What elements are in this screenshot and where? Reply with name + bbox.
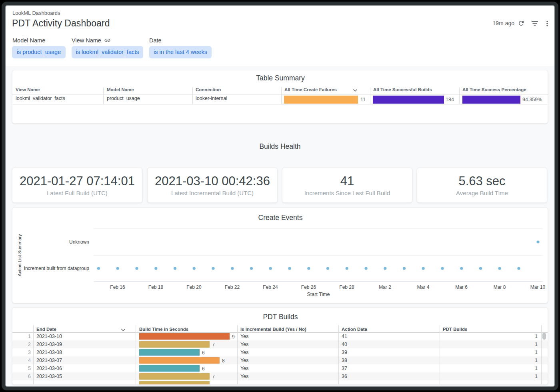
svg-text:Mar 10: Mar 10 — [530, 284, 546, 290]
svg-text:Feb 22: Feb 22 — [225, 284, 240, 290]
svg-text:Feb 18: Feb 18 — [148, 284, 164, 290]
svg-text:Unknown: Unknown — [69, 239, 89, 245]
svg-text:Feb 20: Feb 20 — [186, 284, 202, 290]
svg-text:Increment built from datagroup: Increment built from datagroup — [24, 266, 90, 271]
svg-text:Mar 8: Mar 8 — [494, 284, 506, 290]
svg-text:Mar 4: Mar 4 — [417, 284, 430, 290]
svg-text:Feb 16: Feb 16 — [110, 284, 125, 290]
svg-text:Action List Summary: Action List Summary — [17, 234, 22, 276]
svg-text:Mar 6: Mar 6 — [455, 284, 468, 290]
svg-text:Feb 28: Feb 28 — [339, 284, 354, 290]
svg-text:Mar 2: Mar 2 — [379, 284, 391, 290]
svg-text:Feb 26: Feb 26 — [301, 284, 316, 290]
svg-text:Start Time: Start Time — [307, 292, 330, 297]
svg-text:Feb 24: Feb 24 — [263, 284, 278, 290]
